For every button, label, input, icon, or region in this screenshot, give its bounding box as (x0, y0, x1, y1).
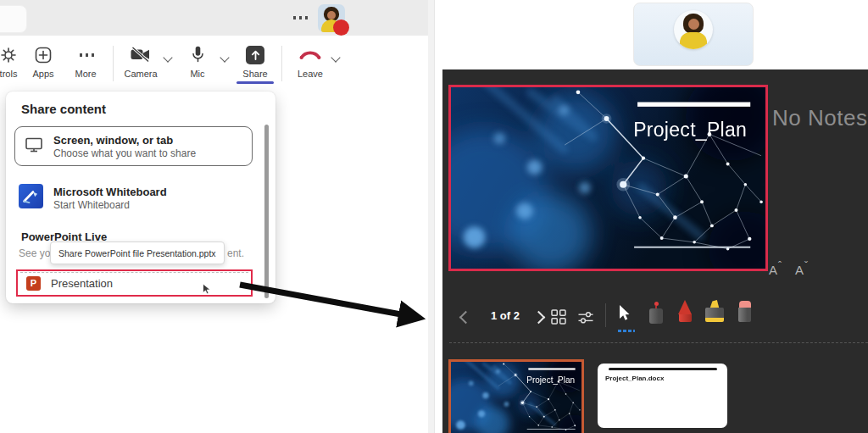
toolbar-mic-label: Mic (190, 69, 204, 79)
leave-call-icon (298, 45, 322, 64)
font-increase-button[interactable]: Aˆ (769, 259, 782, 277)
pointer-tool-button[interactable] (617, 304, 632, 325)
font-decrease-button[interactable]: Aˇ (795, 259, 808, 277)
toolbar-mic-button[interactable]: Mic (180, 45, 215, 79)
powerpoint-live-presenter-view: Project_Plan No Notes Aˆ Aˇ 1 of 2 (435, 0, 868, 433)
pointer-cursor-icon (617, 304, 632, 322)
toolbar-controls-label: trols (0, 69, 17, 79)
thumbnail-slide-1[interactable]: Project_Plan (448, 359, 584, 433)
grid-view-button[interactable] (551, 309, 566, 327)
share-screen-icon (246, 45, 264, 64)
thumbnail-slide-title: Project_Plan (526, 375, 575, 385)
avatar-face (688, 19, 699, 30)
thumbnail-slide-2[interactable]: Project_Plan.docx (598, 364, 727, 428)
monitor-icon (25, 137, 42, 156)
screen-window-tab-option[interactable]: Screen, window, or tab Choose what you w… (14, 126, 253, 166)
next-slide-button[interactable] (532, 311, 546, 325)
file-label: Presentation (51, 277, 113, 290)
avatar-shirt (680, 32, 707, 49)
caret-down-icon: ˇ (804, 260, 808, 272)
whiteboard-subtitle: Start Whiteboard (53, 199, 167, 211)
toolbar-divider (113, 46, 114, 81)
leave-chevron-down-icon[interactable] (331, 53, 340, 62)
cursor-icon (202, 283, 212, 299)
toolbar-apps-button[interactable]: Apps (26, 45, 60, 79)
whiteboard-icon (19, 184, 43, 212)
document-filename: Project_Plan.docx (605, 375, 664, 382)
caret-up-icon: ˆ (778, 260, 782, 272)
previous-slide-button[interactable] (459, 311, 473, 325)
slide-background (451, 87, 765, 269)
screen-option-title: Screen, window, or tab (53, 134, 196, 147)
slide-position: 1 of 2 (483, 309, 527, 322)
screenshot-root: trols Apps More (0, 0, 868, 433)
more-options-icon[interactable] (292, 16, 308, 19)
panel-divider (428, 0, 435, 433)
ellipsis-icon (78, 45, 94, 64)
document-title-bar (609, 368, 717, 370)
powerpoint-live-description-end: ent. (227, 247, 244, 259)
camera-chevron-down-icon[interactable] (163, 53, 172, 62)
highlighter-tool-button[interactable] (705, 300, 724, 322)
share-file-tooltip: Share PowerPoint file Presentation.pptx (50, 241, 225, 264)
camera-off-icon (130, 45, 152, 64)
current-slide: Project_Plan (448, 85, 768, 271)
slide-title: Project_Plan (633, 119, 747, 142)
toolbar-more-label: More (75, 69, 96, 79)
meeting-topbar (0, 0, 428, 36)
meeting-info-chip[interactable] (0, 5, 27, 33)
status-busy-indicator (333, 19, 349, 36)
mic-icon (192, 45, 204, 64)
dialog-scrollbar[interactable] (264, 125, 269, 298)
mic-chevron-down-icon[interactable] (220, 53, 229, 62)
toolbar-camera-button[interactable]: Camera (121, 45, 160, 79)
eraser-icon (739, 301, 751, 308)
eraser-tool-button[interactable] (738, 301, 751, 322)
share-content-dialog: Share content Screen, window, or tab Cho… (6, 92, 275, 303)
highlighter-icon (709, 300, 721, 308)
pen-icon (678, 300, 692, 314)
notes-font-controls: Aˆ Aˇ (769, 259, 808, 277)
laser-pointer-tool-button[interactable] (649, 302, 663, 324)
toolbar-controls-button[interactable]: trols (0, 45, 27, 79)
thumbnail-strip-divider (449, 342, 868, 343)
view-settings-button[interactable] (578, 311, 593, 327)
meeting-toolbar: trols Apps More (0, 36, 428, 92)
toolbar-camera-label: Camera (124, 69, 157, 79)
teams-meeting-window: trols Apps More (0, 0, 428, 433)
gear-icon (0, 45, 17, 64)
toolbar-more-button[interactable]: More (69, 45, 103, 79)
whiteboard-title: Microsoft Whiteboard (53, 186, 167, 199)
slide-background (451, 362, 581, 433)
active-tool-indicator (618, 330, 635, 332)
screen-option-subtitle: Choose what you want to share (53, 147, 196, 159)
avatar-face (327, 11, 336, 19)
powerpoint-file-icon: P (26, 276, 41, 291)
toolbar-apps-label: Apps (32, 69, 53, 79)
notes-placeholder: No Notes (772, 105, 867, 131)
microsoft-whiteboard-option[interactable]: Microsoft Whiteboard Start Whiteboard (19, 184, 167, 212)
share-active-indicator (236, 81, 274, 84)
toolbar-divider (281, 46, 282, 81)
toolbar-share-label: Share (242, 69, 267, 79)
toolbar-leave-button[interactable]: Leave (293, 45, 327, 79)
participant-video-tile[interactable] (633, 3, 754, 66)
pen-tool-button[interactable] (678, 300, 692, 322)
toolbar-leave-label: Leave (298, 69, 323, 79)
presenter-stage: Project_Plan No Notes Aˆ Aˇ 1 of 2 (442, 69, 868, 433)
powerpoint-file-presentation[interactable]: P Presentation (16, 269, 253, 297)
apps-plus-icon (35, 45, 52, 64)
toolbar-share-button[interactable]: Share (238, 45, 272, 79)
dialog-title: Share content (21, 102, 106, 116)
tools-divider (605, 303, 606, 327)
participant-avatar (674, 10, 713, 49)
